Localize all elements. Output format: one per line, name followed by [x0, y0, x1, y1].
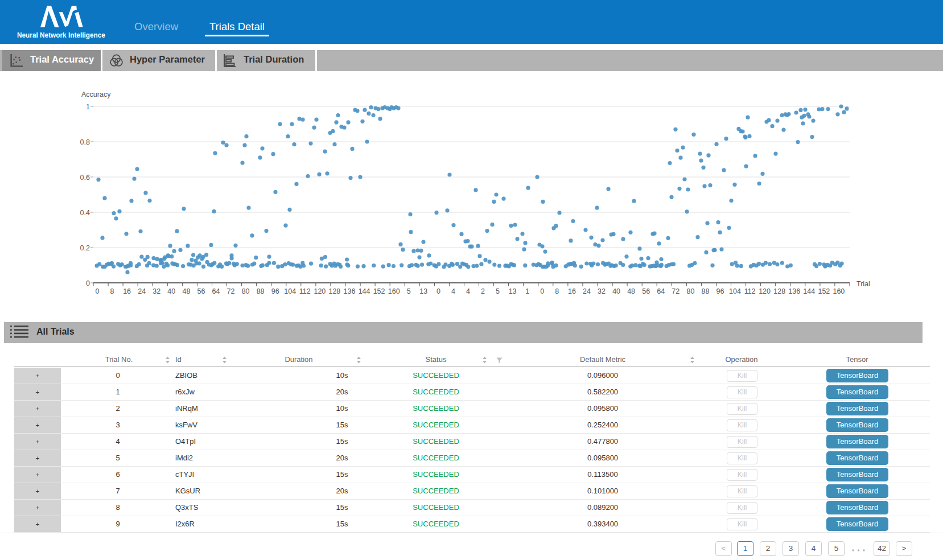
- svg-text:112: 112: [299, 287, 311, 295]
- svg-text:104: 104: [729, 287, 741, 295]
- svg-text:0.6: 0.6: [80, 174, 90, 182]
- svg-text:48: 48: [627, 287, 635, 295]
- svg-text:Trial: Trial: [856, 280, 870, 288]
- svg-text:13: 13: [419, 287, 427, 295]
- svg-text:120: 120: [759, 287, 771, 295]
- svg-text:96: 96: [271, 287, 279, 295]
- svg-text:0.8: 0.8: [80, 138, 90, 146]
- svg-text:120: 120: [314, 287, 326, 295]
- svg-text:152: 152: [373, 287, 385, 295]
- svg-text:24: 24: [138, 287, 146, 295]
- svg-text:136: 136: [344, 287, 356, 295]
- svg-text:0.2: 0.2: [80, 244, 90, 252]
- svg-text:0: 0: [96, 287, 100, 295]
- svg-text:80: 80: [686, 287, 694, 295]
- svg-text:56: 56: [642, 287, 650, 295]
- svg-text:72: 72: [227, 287, 235, 295]
- svg-text:136: 136: [788, 287, 800, 295]
- svg-text:32: 32: [598, 287, 606, 295]
- svg-text:144: 144: [359, 287, 370, 295]
- svg-text:96: 96: [716, 287, 724, 295]
- svg-text:13: 13: [509, 287, 517, 295]
- svg-text:5: 5: [407, 287, 411, 295]
- svg-text:48: 48: [182, 287, 190, 295]
- svg-text:Accuracy: Accuracy: [81, 90, 111, 98]
- svg-text:0.4: 0.4: [80, 209, 90, 217]
- svg-text:112: 112: [744, 287, 756, 295]
- svg-text:0: 0: [86, 279, 90, 287]
- svg-text:56: 56: [197, 287, 205, 295]
- svg-text:16: 16: [568, 287, 576, 295]
- svg-text:40: 40: [167, 287, 175, 295]
- svg-text:160: 160: [833, 287, 845, 295]
- svg-text:160: 160: [388, 287, 400, 295]
- svg-text:5: 5: [496, 287, 500, 295]
- svg-text:64: 64: [657, 287, 665, 295]
- svg-text:72: 72: [672, 287, 680, 295]
- svg-text:88: 88: [257, 287, 265, 295]
- svg-text:80: 80: [242, 287, 250, 295]
- svg-text:104: 104: [284, 287, 296, 295]
- svg-text:4: 4: [451, 287, 455, 295]
- svg-text:16: 16: [123, 287, 131, 295]
- svg-text:40: 40: [612, 287, 620, 295]
- svg-text:2: 2: [481, 287, 485, 295]
- svg-text:24: 24: [583, 287, 591, 295]
- svg-text:8: 8: [555, 287, 559, 295]
- svg-text:4: 4: [466, 287, 470, 295]
- svg-text:128: 128: [328, 287, 340, 295]
- svg-text:1: 1: [86, 103, 90, 111]
- svg-text:0: 0: [540, 287, 544, 295]
- svg-text:1: 1: [525, 287, 529, 295]
- svg-text:64: 64: [212, 287, 220, 295]
- svg-text:144: 144: [803, 287, 815, 295]
- svg-text:152: 152: [818, 287, 830, 295]
- svg-text:128: 128: [773, 287, 785, 295]
- svg-text:32: 32: [153, 287, 160, 295]
- svg-text:0: 0: [437, 287, 440, 295]
- svg-text:88: 88: [701, 287, 709, 295]
- svg-text:8: 8: [110, 287, 114, 295]
